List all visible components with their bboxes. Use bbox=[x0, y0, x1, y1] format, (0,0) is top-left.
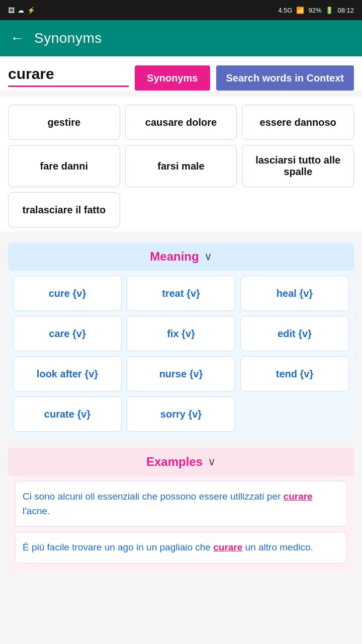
chevron-down-icon: ∨ bbox=[204, 250, 212, 263]
top-bar: ← Synonyms bbox=[0, 20, 362, 56]
signal-icon: 📶 bbox=[296, 7, 304, 14]
battery-icon: 🔋 bbox=[325, 7, 333, 14]
example-text-1: Ci sono alcuni oli essenziali che posson… bbox=[23, 491, 313, 516]
examples-label: Examples bbox=[146, 455, 203, 469]
list-item[interactable]: gestire bbox=[8, 105, 120, 140]
list-item: Ci sono alcuni oli essenziali che posson… bbox=[15, 481, 347, 527]
examples-section: Ci sono alcuni oli essenziali che posson… bbox=[8, 476, 354, 574]
search-row: Synonyms Search words in Context bbox=[0, 56, 362, 91]
list-item[interactable]: causare dolore bbox=[125, 105, 237, 140]
list-item[interactable]: tend {v} bbox=[240, 356, 349, 391]
list-item[interactable]: fare danni bbox=[8, 145, 120, 187]
search-input-wrap bbox=[8, 65, 129, 91]
meaning-label: Meaning bbox=[150, 250, 199, 264]
meaning-grid: cure {v} treat {v} heal {v} care {v} fix… bbox=[13, 276, 349, 432]
page-title: Synonyms bbox=[34, 30, 102, 46]
list-item[interactable]: care {v} bbox=[13, 316, 122, 351]
clock: 08:12 bbox=[337, 7, 354, 14]
list-item[interactable]: farsi male bbox=[125, 145, 237, 187]
list-item[interactable]: curate {v} bbox=[13, 396, 122, 432]
list-item[interactable]: essere dannoso bbox=[242, 105, 354, 140]
bolt-icon: ⚡ bbox=[27, 7, 35, 14]
meaning-section-header[interactable]: Meaning ∨ bbox=[8, 243, 354, 271]
sync-icon: ☁ bbox=[18, 7, 24, 14]
status-bar: 🖼 ☁ ⚡ 4.5G 📶 92% 🔋 08:12 bbox=[0, 0, 362, 20]
examples-section-header[interactable]: Examples ∨ bbox=[8, 448, 354, 476]
list-item[interactable]: tralasciare il fatto bbox=[8, 192, 120, 227]
list-item: È più facile trovare un ago in un paglia… bbox=[15, 532, 347, 564]
chevron-down-icon: ∨ bbox=[208, 455, 216, 468]
search-input[interactable] bbox=[8, 65, 129, 87]
list-item[interactable]: treat {v} bbox=[127, 276, 235, 311]
example-text-2: È più facile trovare un ago in un paglia… bbox=[23, 542, 313, 552]
battery-percent: 92% bbox=[308, 7, 321, 14]
list-item[interactable]: cure {v} bbox=[13, 276, 122, 311]
network-type: 4.5G bbox=[278, 7, 292, 14]
list-item[interactable]: sorry {v} bbox=[127, 396, 235, 432]
list-item[interactable]: look after {v} bbox=[13, 356, 122, 391]
list-item[interactable]: lasciarsi tutto alle spalle bbox=[242, 145, 354, 187]
list-item[interactable]: fix {v} bbox=[127, 316, 235, 351]
gallery-icon: 🖼 bbox=[8, 7, 15, 14]
synonym-cards-section: gestire causare dolore essere dannoso fa… bbox=[0, 97, 362, 231]
back-button[interactable]: ← bbox=[10, 31, 24, 45]
list-item[interactable]: nurse {v} bbox=[127, 356, 235, 391]
synonym-cards-grid: gestire causare dolore essere dannoso fa… bbox=[8, 105, 354, 227]
synonyms-button[interactable]: Synonyms bbox=[135, 65, 210, 91]
list-item[interactable]: heal {v} bbox=[240, 276, 349, 311]
search-context-button[interactable]: Search words in Context bbox=[216, 65, 354, 91]
list-item[interactable]: edit {v} bbox=[240, 316, 349, 351]
meaning-section: cure {v} treat {v} heal {v} care {v} fix… bbox=[8, 271, 354, 437]
